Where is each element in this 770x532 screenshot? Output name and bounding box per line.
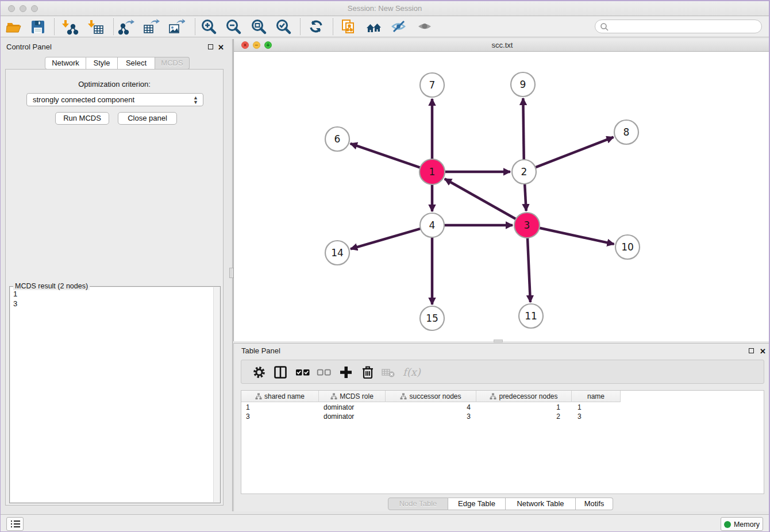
float-panel-icon[interactable] <box>208 44 213 49</box>
tab-edge-table[interactable]: Edge Table <box>448 498 506 510</box>
run-mcds-button[interactable]: Run MCDS <box>55 112 109 125</box>
tab-select[interactable]: Select <box>118 57 155 70</box>
export-network-icon[interactable] <box>118 18 135 36</box>
tab-network-table[interactable]: Network Table <box>506 498 576 510</box>
import-table-icon[interactable] <box>87 18 105 36</box>
copy-network-icon[interactable] <box>340 18 357 36</box>
node-label: 3 <box>524 219 530 231</box>
column-namespace-icon <box>255 393 262 400</box>
import-network-icon[interactable] <box>61 18 79 36</box>
delete-columns-icon[interactable] <box>360 365 375 380</box>
open-folder-icon[interactable] <box>5 18 22 36</box>
dropdown-value: strongly connected component <box>33 95 134 104</box>
table-row[interactable]: 1dominator411 <box>241 403 621 412</box>
unselect-all-columns-icon[interactable] <box>317 365 332 380</box>
network-title: scc.txt <box>234 41 770 49</box>
column-header-shared-name[interactable]: shared name <box>241 391 319 402</box>
table-cell: 3 <box>241 412 319 421</box>
edge-3-10[interactable] <box>538 228 614 244</box>
network-window-titlebar: × − + scc.txt <box>234 39 770 52</box>
node-6[interactable]: 6 <box>325 127 349 151</box>
show-columns-icon[interactable] <box>273 365 288 380</box>
edge-2-8[interactable] <box>534 137 614 168</box>
save-session-icon[interactable] <box>29 18 47 36</box>
edge-2-9[interactable] <box>523 98 523 161</box>
table-panel-tabs: Node TableEdge TableNetwork TableMotifs <box>388 498 613 510</box>
refresh-icon[interactable] <box>308 18 325 36</box>
table-row[interactable]: 3dominator323 <box>241 412 621 421</box>
tab-node-table[interactable]: Node Table <box>388 498 448 510</box>
close-panel-icon[interactable]: ✕ <box>218 44 224 51</box>
first-neighbors-icon[interactable] <box>365 18 383 36</box>
node-15[interactable]: 15 <box>420 306 444 330</box>
column-header-name[interactable]: name <box>572 391 621 402</box>
mcds-tab-content: Optimization criterion: strongly connect… <box>5 69 224 506</box>
delete-table-icon[interactable] <box>381 365 396 380</box>
column-namespace-icon <box>330 393 337 400</box>
table-settings-gear-icon[interactable] <box>252 365 267 380</box>
node-4[interactable]: 4 <box>420 213 444 237</box>
node-label: 6 <box>334 133 341 145</box>
create-column-icon[interactable] <box>338 365 353 380</box>
hide-selected-icon[interactable] <box>390 18 407 36</box>
mcds-result-title: MCDS result (2 nodes) <box>13 282 90 290</box>
node-10[interactable]: 10 <box>615 235 640 259</box>
mcds-result-textarea[interactable]: 13 <box>10 287 220 502</box>
node-label: 14 <box>331 247 344 259</box>
tab-style[interactable]: Style <box>86 57 118 70</box>
status-bar: Memory <box>1 514 769 532</box>
edge-3-1[interactable] <box>445 179 517 219</box>
table-panel: Table Panel ✕ f(x) shared nameMCDS roles… <box>233 343 770 511</box>
toolbar-separator <box>113 18 114 35</box>
result-line: 1 <box>10 289 220 299</box>
table-cell: 3 <box>386 412 476 421</box>
zoom-fit-icon[interactable] <box>251 18 268 36</box>
tab-motifs[interactable]: Motifs <box>576 498 613 510</box>
table-cell: 1 <box>476 403 572 412</box>
column-header-successor-nodes[interactable]: successor nodes <box>386 391 476 402</box>
node-3[interactable]: 3 <box>514 213 540 238</box>
memory-label: Memory <box>734 521 760 529</box>
column-header-MCDS-role[interactable]: MCDS role <box>319 391 386 402</box>
node-9[interactable]: 9 <box>511 72 535 97</box>
edge-4-14[interactable] <box>351 228 422 249</box>
search-input[interactable] <box>611 21 758 32</box>
node-14[interactable]: 14 <box>325 241 349 265</box>
memory-button[interactable]: Memory <box>721 517 763 531</box>
horizontal-splitter-handle[interactable] <box>494 340 503 342</box>
node-label: 15 <box>426 313 438 324</box>
node-label: 8 <box>623 126 630 138</box>
function-builder-icon[interactable]: f(x) <box>403 365 426 380</box>
tab-network[interactable]: Network <box>45 57 86 70</box>
node-7[interactable]: 7 <box>420 73 444 97</box>
edge-1-6[interactable] <box>351 144 421 168</box>
node-1[interactable]: 1 <box>419 159 445 184</box>
column-header-predecessor-nodes[interactable]: predecessor nodes <box>476 391 572 402</box>
table-float-icon[interactable] <box>749 348 754 353</box>
task-history-button[interactable] <box>6 517 24 531</box>
zoom-out-icon[interactable] <box>225 18 242 36</box>
zoom-in-icon[interactable] <box>201 18 218 36</box>
app-titlebar: Session: New Session <box>1 1 769 16</box>
export-table-icon[interactable] <box>143 18 160 36</box>
edge-3-11[interactable] <box>528 237 530 302</box>
zoom-selected-icon[interactable] <box>275 18 292 36</box>
edge-2-3[interactable] <box>525 183 526 211</box>
memory-status-icon <box>724 521 731 528</box>
select-all-columns-icon[interactable] <box>295 365 310 380</box>
close-panel-button[interactable]: Close panel <box>118 112 177 125</box>
tab-mcds[interactable]: MCDS <box>155 57 190 70</box>
node-table: shared nameMCDS rolesuccessor nodesprede… <box>241 390 764 494</box>
node-8[interactable]: 8 <box>614 120 638 144</box>
node-11[interactable]: 11 <box>519 304 543 328</box>
result-scrollbar[interactable] <box>213 287 220 502</box>
show-all-icon[interactable] <box>416 18 433 36</box>
node-label: 11 <box>525 310 537 322</box>
network-canvas[interactable]: 7968124314101511 <box>234 52 770 341</box>
table-cell: 4 <box>386 403 476 412</box>
export-image-icon[interactable] <box>168 18 185 36</box>
node-2[interactable]: 2 <box>512 160 536 184</box>
table-close-icon[interactable]: ✕ <box>760 348 766 354</box>
optimization-dropdown[interactable]: strongly connected component ▲▼ <box>26 93 203 106</box>
node-label: 7 <box>429 79 436 91</box>
